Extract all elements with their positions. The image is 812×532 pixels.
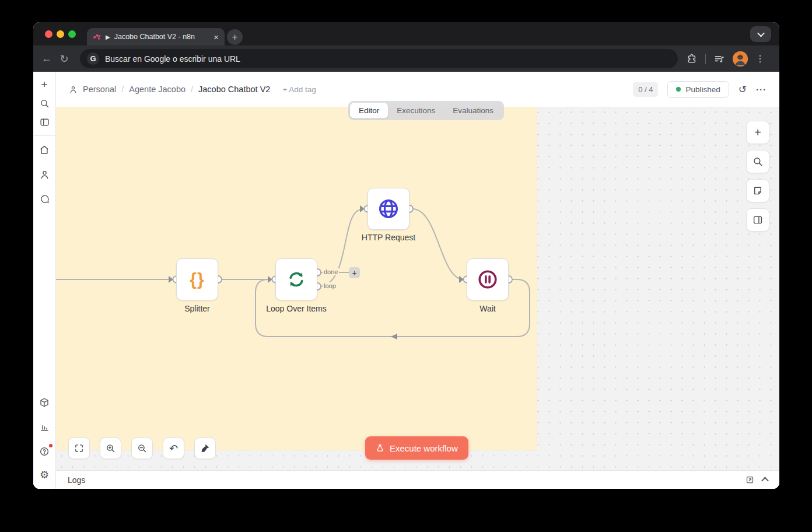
workflow-history-icon[interactable]: ↺ — [738, 83, 747, 96]
chevron-down-icon — [757, 30, 765, 37]
tab-title: Jacobo Chatbot V2 - n8n — [114, 33, 210, 41]
view-tabs: Editor Executions Evaluations — [348, 101, 504, 120]
sidebar-insights-icon[interactable] — [37, 420, 51, 434]
tidy-up-button[interactable] — [194, 438, 216, 459]
node-label-wait: Wait — [459, 304, 517, 313]
main-panel: Personal / Agente Jacobo / Jacobo Chatbo… — [56, 72, 779, 489]
logs-popout-icon[interactable] — [746, 475, 754, 484]
sidebar-home-icon[interactable] — [37, 143, 51, 157]
panel-right-icon — [752, 215, 763, 225]
address-bar[interactable]: G Buscar en Google o escribir una URL — [80, 49, 678, 68]
zoom-out-icon — [137, 443, 147, 453]
tab-search-chevron-button[interactable] — [750, 26, 771, 42]
tab-executions[interactable]: Executions — [388, 103, 444, 118]
node-label-http: HTTP Request — [342, 233, 435, 242]
sidebar-divider — [33, 135, 56, 136]
add-sticky-note-button[interactable] — [746, 179, 769, 202]
google-logo-icon: G — [87, 52, 99, 65]
plus-icon: + — [754, 126, 761, 139]
zoom-in-button[interactable] — [100, 438, 121, 459]
n8n-favicon-icon — [93, 33, 102, 41]
toolbar-right-cluster: ⋮ — [686, 51, 765, 66]
plus-icon: + — [352, 268, 356, 278]
flask-icon — [376, 444, 384, 453]
workflow-name[interactable]: Jacobo Chatbot V2 — [198, 85, 270, 94]
splitter-braces-icon: {} — [190, 270, 204, 289]
sidebar-collapse-icon[interactable] — [37, 115, 51, 129]
fit-view-icon — [74, 443, 84, 453]
browser-toolbar: ← ↻ G Buscar en Google o escribir una UR… — [33, 46, 779, 72]
tab-audio-playing-icon: ▶ — [106, 34, 110, 40]
macos-close-button[interactable] — [45, 30, 52, 38]
logs-panel-bar[interactable]: Logs — [56, 470, 779, 489]
reload-button[interactable]: ↻ — [55, 52, 73, 65]
published-dot-icon — [676, 87, 681, 92]
logs-label: Logs — [68, 475, 85, 485]
undo-icon: ↶ — [169, 442, 178, 455]
logs-controls — [746, 475, 768, 484]
new-tab-button[interactable]: + — [227, 29, 243, 45]
undo-button[interactable]: ↶ — [163, 438, 184, 459]
tab-close-icon[interactable]: × — [214, 33, 219, 41]
published-label: Published — [685, 85, 720, 94]
sidebar-help-icon[interactable] — [37, 444, 51, 459]
browser-tab[interactable]: ▶ Jacobo Chatbot V2 - n8n × — [87, 28, 225, 46]
profile-avatar[interactable] — [733, 51, 748, 66]
browser-tab-strip: ▶ Jacobo Chatbot V2 - n8n × + — [33, 22, 779, 46]
left-sidebar: + — [33, 72, 56, 489]
add-tag-button[interactable]: + Add tag — [282, 85, 316, 94]
header-right-cluster: 0 / 4 Published ↺ ··· — [633, 81, 766, 98]
help-notification-dot — [49, 444, 52, 447]
back-button[interactable]: ← — [38, 52, 55, 65]
pause-circle-icon — [477, 268, 499, 290]
output-label-done: done — [323, 268, 339, 275]
media-controls-icon[interactable] — [713, 53, 725, 65]
sidebar-templates-icon[interactable] — [37, 396, 51, 410]
sidebar-settings-icon[interactable]: ⚙ — [37, 468, 51, 482]
zoom-out-button[interactable] — [131, 438, 153, 459]
node-label-loop: Loop Over Items — [250, 304, 343, 313]
loop-refresh-icon — [286, 269, 307, 290]
extensions-puzzle-icon[interactable] — [686, 53, 698, 65]
browser-window: ▶ Jacobo Chatbot V2 - n8n × + ← ↻ G Busc… — [33, 22, 779, 489]
sidebar-create-button[interactable]: + — [37, 78, 51, 92]
breadcrumb-project[interactable]: Personal — [83, 85, 116, 94]
search-icon — [752, 156, 763, 167]
output-label-loop: loop — [323, 282, 337, 289]
execute-workflow-label: Execute workflow — [390, 443, 458, 453]
browser-menu-icon[interactable]: ⋮ — [755, 53, 765, 64]
toolbar-separator — [705, 54, 706, 64]
logs-expand-chevron-icon[interactable] — [761, 477, 769, 485]
tab-evaluations[interactable]: Evaluations — [444, 103, 502, 118]
execute-workflow-button[interactable]: Execute workflow — [365, 436, 468, 460]
project-person-icon — [69, 85, 78, 94]
workflow-menu-icon[interactable]: ··· — [756, 85, 766, 94]
toggle-right-panel-button[interactable] — [746, 208, 769, 232]
sidebar-personal-icon[interactable] — [37, 167, 51, 181]
node-loop-over-items[interactable] — [275, 258, 317, 300]
node-http-request[interactable] — [368, 188, 410, 230]
globe-icon — [377, 197, 400, 220]
address-bar-placeholder: Buscar en Google o escribir una URL — [105, 54, 240, 64]
broom-icon — [200, 443, 210, 453]
published-status-button[interactable]: Published — [667, 81, 729, 98]
breadcrumb-separator: / — [121, 85, 124, 94]
zoom-in-icon — [106, 443, 116, 453]
canvas-search-button[interactable] — [746, 150, 769, 173]
breadcrumb-folder[interactable]: Agente Jacobo — [129, 85, 186, 94]
quick-add-node-button[interactable]: + — [349, 267, 360, 278]
macos-maximize-button[interactable] — [68, 30, 76, 38]
sidebar-search-icon[interactable] — [37, 96, 51, 110]
sidebar-chat-icon[interactable] — [37, 192, 51, 206]
plus-icon: + — [232, 32, 238, 43]
sticky-note-icon — [752, 186, 763, 196]
workflow-canvas[interactable]: {} Splitter Loop Over Items — [56, 107, 779, 470]
desktop-background: ▶ Jacobo Chatbot V2 - n8n × + ← ↻ G Busc… — [0, 0, 812, 532]
node-wait[interactable] — [467, 258, 509, 300]
zoom-to-fit-button[interactable] — [68, 438, 90, 459]
tab-editor[interactable]: Editor — [350, 103, 388, 118]
add-node-button[interactable]: + — [746, 121, 769, 144]
breadcrumb-separator: / — [191, 85, 193, 94]
node-splitter[interactable]: {} — [176, 258, 218, 300]
macos-minimize-button[interactable] — [57, 30, 64, 38]
